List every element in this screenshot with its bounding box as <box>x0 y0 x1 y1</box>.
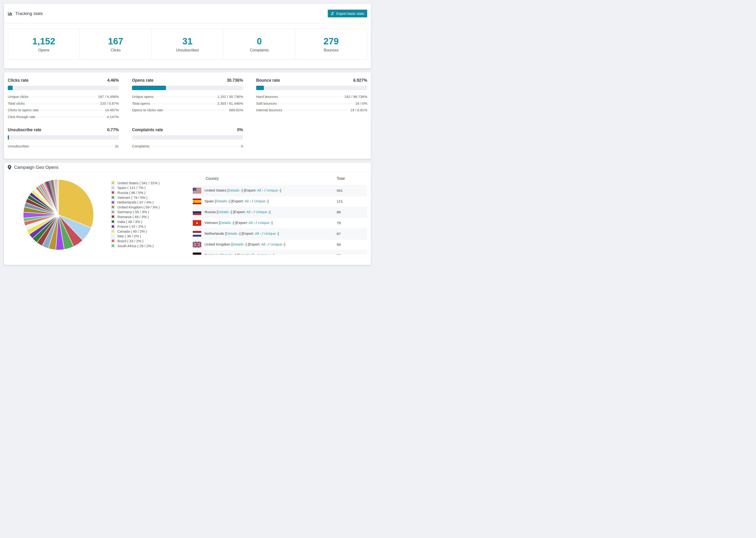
rate-section: Complaints rate 0% Complaints 0 <box>132 128 243 151</box>
export-all-link[interactable]: All › <box>249 221 255 225</box>
unsubscribes-count: 31 <box>183 36 192 46</box>
country-column-header: Country <box>193 172 337 185</box>
country-total: 59 <box>337 239 367 250</box>
us-flag-icon <box>193 188 201 193</box>
legend-label: Italy ( 36 / 2% ) <box>117 234 141 238</box>
legend-item[interactable]: Italy ( 36 / 2% ) <box>111 234 193 239</box>
legend-swatch <box>111 229 115 233</box>
export-unique-link[interactable]: Unique › <box>259 253 273 255</box>
export-unique-link[interactable]: Unique › <box>266 188 280 192</box>
legend-swatch <box>111 210 115 214</box>
details-link[interactable]: Details › <box>221 253 235 255</box>
rate-title: Unsubscribe rate <box>8 128 41 133</box>
legend-item[interactable]: South Africa ( 29 / 2% ) <box>111 243 193 248</box>
details-link[interactable]: Details › <box>218 210 231 214</box>
metric-value: 167 / 4.456% <box>98 95 119 99</box>
tracking-stats-title-row: Tracking stats <box>8 11 43 16</box>
export-unique-link[interactable]: Unique › <box>254 199 268 203</box>
legend-item[interactable]: Romania ( 49 / 3% ) <box>111 214 193 219</box>
complaints-label: Complaints <box>250 48 269 52</box>
rate-section: Clicks rate 4.46% Unique clicks 167 / 4.… <box>8 78 119 121</box>
progress-bar-fill <box>8 135 9 140</box>
legend-swatch <box>111 205 115 209</box>
country-total: 67 <box>337 228 367 239</box>
metric-value: 2,303 / 61.446% <box>217 101 243 105</box>
metric-value: 220 / 5.87% <box>100 101 119 105</box>
dotted-leader <box>41 110 103 110</box>
legend-label: Brazil ( 33 / 2% ) <box>117 239 143 243</box>
export-all-link[interactable]: All › <box>244 199 251 203</box>
export-icon <box>331 12 334 16</box>
stats-summary-row: 1,152 Opens 167 Clicks 31 Unsubscribes 0… <box>8 28 367 60</box>
total-column-header: Total <box>337 172 367 185</box>
metric-label: Unique clicks <box>8 95 28 99</box>
legend-item[interactable]: United States ( 541 / 31% ) <box>111 181 193 186</box>
metric-row: Total opens 2,303 / 61.446% <box>132 101 243 108</box>
gb-flag-icon <box>193 242 201 247</box>
legend-label: South Africa ( 29 / 2% ) <box>117 244 153 248</box>
country-total: 79 <box>337 218 367 228</box>
map-pin-icon <box>8 165 11 170</box>
metric-value: 18 / 0% <box>355 101 367 105</box>
legend-swatch <box>111 200 115 204</box>
rate-title: Clicks rate <box>8 78 28 83</box>
export-unique-link[interactable]: Unique › <box>264 232 278 236</box>
unsubscribes-label: Unsubscribes <box>176 48 199 52</box>
country-total: 541 <box>337 185 367 196</box>
export-basic-stats-button[interactable]: Export basic stats <box>328 10 367 17</box>
legend-label: Romania ( 49 / 3% ) <box>117 215 149 219</box>
export-all-link[interactable]: All › <box>250 253 257 255</box>
rate-section: Unsubscribe rate 0.77% Unsubscribes 31 <box>8 128 119 151</box>
legend-item[interactable]: India ( 46 / 3% ) <box>111 219 193 224</box>
metric-row: Unique opens 1,152 / 30.736% <box>132 95 243 101</box>
details-link[interactable]: Details › <box>229 188 242 192</box>
metric-row: Opens to clicks rate 689.82% <box>132 108 243 115</box>
geo-table-row: Netherlands [Details ›] [Export: All › /… <box>193 228 367 239</box>
legend-label: United States ( 541 / 31% ) <box>117 181 160 185</box>
export-all-link[interactable]: All › <box>255 232 261 236</box>
details-link[interactable]: Details › <box>226 232 240 236</box>
rate-value: 30.736% <box>227 78 243 83</box>
legend-item[interactable]: Germany ( 55 / 3% ) <box>111 210 193 215</box>
details-link[interactable]: Details › <box>220 221 233 225</box>
metric-row: Total clicks 220 / 5.87% <box>8 101 119 108</box>
stat-unsubscribes: 31 Unsubscribes <box>151 29 223 60</box>
rate-value: 0% <box>237 128 243 133</box>
legend-item[interactable]: Spain ( 121 / 7% ) <box>111 186 193 190</box>
dotted-leader <box>31 146 113 146</box>
export-unique-link[interactable]: Unique › <box>258 221 272 225</box>
rate-section: Opens rate 30.736% Unique opens 1,152 / … <box>132 78 243 121</box>
metric-label: Opens to clicks rate <box>132 108 163 112</box>
legend-item[interactable]: United Kingdom ( 59 / 3% ) <box>111 205 193 210</box>
legend-item[interactable]: Brazil ( 33 / 2% ) <box>111 239 193 243</box>
export-unique-link[interactable]: Unique › <box>256 210 270 214</box>
dotted-leader <box>280 97 343 97</box>
legend-item[interactable]: Netherlands ( 67 / 4% ) <box>111 200 193 205</box>
legend-label: Netherlands ( 67 / 4% ) <box>117 200 153 204</box>
details-link[interactable]: Details › <box>216 199 229 203</box>
details-link[interactable]: Details › <box>233 242 246 246</box>
dashboard-page: { "accent": "#0b8aa6", "tracking": { "ti… <box>0 0 378 269</box>
legend-item[interactable]: Vietnam ( 79 / 5% ) <box>111 195 193 200</box>
dotted-leader <box>37 117 105 117</box>
legend-item[interactable]: Russia ( 86 / 5% ) <box>111 190 193 195</box>
export-all-link[interactable]: All › <box>261 242 267 246</box>
metric-row: Internal bounces 19 / 6.81% <box>256 108 367 115</box>
geo-table-row: Germany [Details ›] [Export: All › / Uni… <box>193 250 367 255</box>
legend-label: United Kingdom ( 59 / 3% ) <box>117 205 160 209</box>
legend-item[interactable]: Canada ( 40 / 2% ) <box>111 229 193 234</box>
legend-label: Russia ( 86 / 5% ) <box>117 190 145 194</box>
export-all-link[interactable]: All › <box>257 188 263 192</box>
rate-title: Complaints rate <box>132 128 163 133</box>
progress-bar-fill <box>8 86 13 90</box>
opens-count: 1,152 <box>32 36 55 46</box>
export-all-link[interactable]: All › <box>246 210 253 214</box>
legend-item[interactable]: France ( 42 / 2% ) <box>111 224 193 229</box>
rate-value: 4.46% <box>107 78 119 83</box>
progress-bar-fill <box>256 86 264 90</box>
progress-bar <box>132 86 243 90</box>
dotted-leader <box>156 97 216 97</box>
metric-label: Total opens <box>132 101 150 105</box>
dotted-leader <box>30 97 96 97</box>
export-unique-link[interactable]: Unique › <box>270 242 284 246</box>
